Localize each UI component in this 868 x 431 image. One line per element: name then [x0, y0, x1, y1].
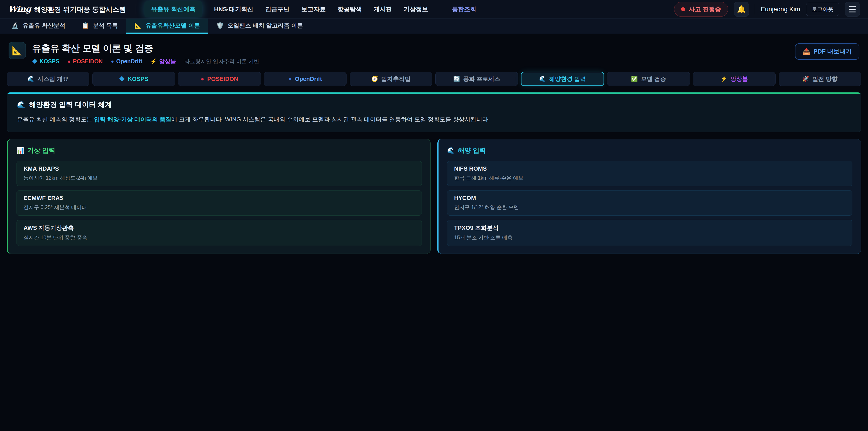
list-item-aws-observation[interactable]: AWS 자동기상관측 실시간 10분 단위 풍향·풍속: [17, 220, 422, 246]
red-circle-icon: ●: [201, 76, 204, 82]
nav-item-emergency-rescue[interactable]: 긴급구난: [265, 5, 289, 13]
gradient-top-border: [7, 92, 861, 94]
section-particle-tracking[interactable]: 🧭 입자추적법: [350, 72, 432, 86]
nav-item-hns-atmospheric[interactable]: HNS·대기확산: [214, 5, 253, 13]
nav-item-integrated-search[interactable]: 통합조회: [452, 5, 476, 13]
section-model-validation[interactable]: ✅ 모델 검증: [607, 72, 690, 86]
model-badge-row: ◆ KOSPS ● POSEIDON ● OpenDrift ⚡ 앙상블 라그랑…: [32, 58, 259, 65]
data-source-desc: 전지구 1/12° 해양 순환 모델: [454, 204, 845, 211]
section-nav-label: OpenDrift: [295, 75, 322, 83]
check-icon: ✅: [631, 76, 638, 82]
menu-separator: [440, 3, 440, 15]
section-opendrift[interactable]: ● OpenDrift: [264, 72, 346, 86]
ocean-card-title: 🌊 해양 입력: [447, 146, 852, 155]
weather-card-title: 📊 기상 입력: [17, 146, 422, 155]
intro-text-suffix: 에 크게 좌우됩니다. WING 시스템은 국내외 수치예보 모델과 실시간 관…: [171, 116, 490, 123]
incident-status-badge[interactable]: 사고 진행중: [674, 2, 728, 17]
shield-icon: 🛡️: [216, 22, 224, 29]
list-item-nifs-roms[interactable]: NIFS ROMS 한국 근해 1km 해류·수온 예보: [447, 161, 852, 186]
compass-icon: 🧭: [371, 76, 378, 82]
diamond-icon: ◆: [32, 58, 37, 65]
section-future-roadmap[interactable]: 🚀 발전 방향: [779, 72, 861, 86]
bar-chart-icon: 📊: [17, 147, 24, 154]
card-title-text: 해양 입력: [458, 146, 486, 155]
lightning-icon: ⚡: [720, 76, 727, 82]
weather-input-card: 📊 기상 입력 KMA RDAPS 동아시아 12km 해상도·24h 예보 E…: [7, 139, 431, 254]
incident-dot-icon: [681, 7, 685, 11]
badge-label: POSEIDON: [73, 58, 103, 65]
rocket-icon: 🚀: [802, 76, 809, 82]
intro-text-highlight: 입력 해양·기상 데이터의 품질: [94, 116, 171, 123]
diamond-icon: ◆: [119, 75, 125, 83]
notifications-button[interactable]: 🔔: [734, 2, 749, 17]
triangular-ruler-icon: 📐: [134, 22, 142, 29]
blue-circle-icon: ●: [288, 76, 292, 82]
logo-divider: [135, 4, 135, 14]
tab-label: 분석 목록: [93, 22, 118, 30]
tab-analysis-list[interactable]: 📋 분석 목록: [73, 19, 126, 34]
nav-item-weather-info[interactable]: 기상정보: [404, 5, 428, 13]
section-nav-label: POSEIDON: [207, 75, 238, 83]
section-poseidon[interactable]: ● POSEIDON: [178, 72, 260, 86]
list-item-hycom[interactable]: HYCOM 전지구 1/12° 해양 순환 모델: [447, 190, 852, 216]
blue-circle-icon: ●: [111, 58, 114, 64]
section-nav-label: 풍화 프로세스: [463, 75, 500, 83]
incident-badge-label: 사고 진행중: [689, 5, 721, 13]
clipboard-icon: 📋: [82, 22, 89, 29]
tab-label: 유출유확산모델 이론: [146, 22, 200, 30]
section-system-overview[interactable]: 🌊 시스템 개요: [7, 72, 89, 86]
badge-opendrift: ● OpenDrift: [111, 58, 142, 65]
section-ensemble[interactable]: ⚡ 앙상블: [693, 72, 776, 86]
tab-model-theory[interactable]: 📐 유출유확산모델 이론: [126, 19, 208, 34]
section-weathering-process[interactable]: 🔄 풍화 프로세스: [435, 72, 518, 86]
section-nav-strip: 🌊 시스템 개요 ◆ KOSPS ● POSEIDON ● OpenDrift …: [7, 72, 861, 86]
pdf-export-button[interactable]: 📤 PDF 내보내기: [795, 43, 860, 60]
cycle-arrows-icon: 🔄: [453, 76, 460, 82]
hamburger-menu-button[interactable]: [845, 2, 860, 17]
wave-icon: 🌊: [447, 147, 455, 154]
section-ocean-environment-input[interactable]: 🌊 해양환경 입력: [521, 72, 604, 86]
main-menu: 유출유 확산예측 HNS·대기확산 긴급구난 보고자료 항공탐색 게시판 기상정…: [145, 1, 476, 18]
section-nav-label: 모델 검증: [641, 75, 666, 83]
lightning-icon: ⚡: [151, 58, 157, 64]
list-item-tpxo9[interactable]: TPXO9 조화분석 15개 분조 기반 조류 예측: [447, 220, 852, 246]
badge-label: KOSPS: [39, 58, 59, 65]
page-header-text: 유출유 확산 모델 이론 및 검증 ◆ KOSPS ● POSEIDON ● O…: [32, 42, 259, 65]
nav-item-board[interactable]: 게시판: [374, 5, 392, 13]
top-navigation-bar: Wing 해양환경 위기대응 통합시스템 유출유 확산예측 HNS·대기확산 긴…: [0, 0, 868, 19]
data-source-name: TPXO9 조화분석: [454, 224, 845, 232]
triangular-ruler-icon: 📐: [12, 45, 22, 56]
intro-text-prefix: 유출유 확산 예측의 정확도는: [17, 116, 94, 123]
list-item-ecmwf-era5[interactable]: ECMWF ERA5 전지구 0.25° 재분석 데이터: [17, 190, 422, 216]
red-circle-icon: ●: [68, 58, 71, 64]
section-nav-label: 해양환경 입력: [549, 75, 586, 83]
nav-item-aerial-search[interactable]: 항공탐색: [338, 5, 362, 13]
section-nav-label: 앙상블: [730, 75, 748, 83]
tab-label: 유출유 확산분석: [23, 22, 65, 30]
wave-icon: 🌊: [28, 76, 34, 82]
list-item-kma-rdaps[interactable]: KMA RDAPS 동아시아 12km 해상도·24h 예보: [17, 161, 422, 186]
section-kosps[interactable]: ◆ KOSPS: [92, 72, 175, 86]
logout-button[interactable]: 로그아웃: [806, 3, 839, 16]
outbox-tray-icon: 📤: [803, 48, 810, 55]
nav-item-reports[interactable]: 보고자료: [301, 5, 326, 13]
pdf-export-label: PDF 내보내기: [813, 48, 852, 56]
section-nav-label: 시스템 개요: [37, 75, 68, 83]
data-source-name: ECMWF ERA5: [24, 194, 415, 202]
intro-section-title: 🌊 해양환경 입력 데이터 체계: [17, 100, 851, 110]
wave-icon: 🌊: [17, 101, 25, 109]
card-title-text: 기상 입력: [27, 146, 55, 155]
tab-label: 오일펜스 배치 알고리즘 이론: [228, 22, 303, 30]
sub-tab-bar: 🔬 유출유 확산분석 📋 분석 목록 📐 유출유확산모델 이론 🛡️ 오일펜스 …: [0, 19, 868, 34]
badge-poseidon: ● POSEIDON: [68, 58, 103, 65]
ocean-input-intro-card: 🌊 해양환경 입력 데이터 체계 유출유 확산 예측의 정확도는 입력 해양·기…: [7, 92, 861, 132]
user-name: Eunjeong Kim: [761, 6, 800, 13]
nav-item-oil-spill-prediction[interactable]: 유출유 확산예측: [145, 1, 203, 18]
topbar-right-cluster: 사고 진행중 🔔 Eunjeong Kim 로그아웃: [674, 2, 860, 17]
tab-oilfence-algorithm-theory[interactable]: 🛡️ 오일펜스 배치 알고리즘 이론: [208, 19, 311, 34]
intro-paragraph: 유출유 확산 예측의 정확도는 입력 해양·기상 데이터의 품질에 크게 좌우됩…: [17, 115, 851, 124]
app-title: 해양환경 위기대응 통합시스템: [34, 5, 126, 14]
tab-spill-analysis[interactable]: 🔬 유출유 확산분석: [3, 19, 73, 34]
intro-title-text: 해양환경 입력 데이터 체계: [29, 100, 112, 110]
data-source-name: AWS 자동기상관측: [24, 224, 415, 232]
